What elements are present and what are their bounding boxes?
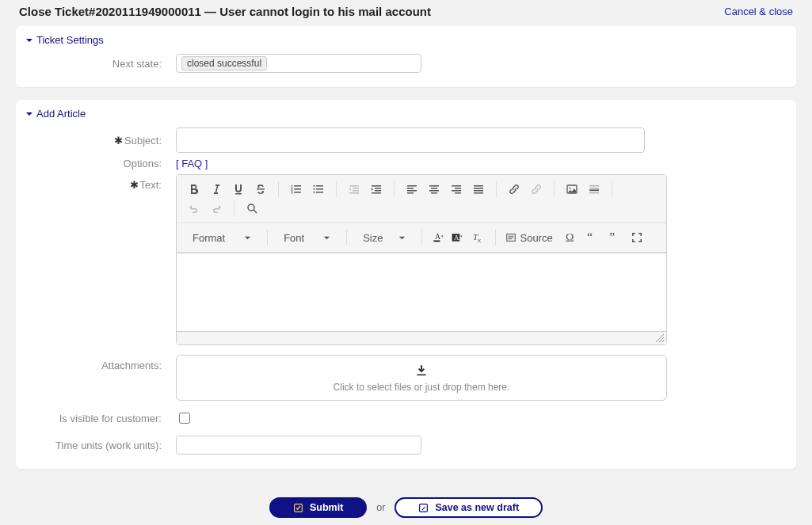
check-icon (293, 503, 303, 513)
ordered-list-icon[interactable] (287, 180, 306, 199)
svg-text:“: “ (587, 231, 593, 244)
or-text: or (376, 502, 385, 513)
caret-down-icon (323, 232, 330, 244)
format-label: Format (193, 232, 225, 244)
subject-input[interactable] (176, 127, 645, 153)
align-justify-icon[interactable] (469, 180, 488, 199)
caret-down-icon (25, 110, 33, 118)
attachments-label: Attachments: (25, 355, 176, 371)
svg-text:A: A (454, 234, 459, 242)
visible-checkbox[interactable] (179, 413, 190, 424)
svg-rect-5 (589, 189, 599, 191)
outdent-icon[interactable] (345, 180, 364, 199)
next-state-value: closed successful (181, 56, 267, 70)
caret-down-icon (398, 232, 406, 244)
redo-icon[interactable] (207, 199, 226, 218)
unordered-list-icon[interactable] (309, 180, 328, 199)
open-quote-icon[interactable]: “ (583, 228, 602, 247)
options-label: Options: (25, 158, 176, 169)
italic-icon[interactable] (207, 180, 226, 199)
add-article-title: Add Article (36, 108, 86, 120)
size-label: Size (363, 232, 383, 244)
source-label: Source (520, 232, 552, 244)
align-center-icon[interactable] (425, 180, 444, 199)
svg-text:”: ” (609, 231, 615, 244)
close-quote-icon[interactable]: ” (605, 228, 624, 247)
text-color-icon[interactable]: A (430, 228, 446, 247)
horizontal-rule-icon[interactable] (585, 180, 604, 199)
maximize-icon[interactable] (627, 228, 646, 247)
rich-text-editor: Format Font Size (176, 174, 667, 345)
timeunits-input[interactable] (176, 436, 421, 455)
faq-link[interactable]: [ FAQ ] (176, 158, 208, 169)
svg-point-4 (570, 188, 571, 189)
special-char-icon[interactable]: Ω (561, 228, 580, 247)
edit-icon (418, 503, 429, 513)
cancel-close-link[interactable]: Cancel & close (724, 6, 793, 17)
download-icon (414, 363, 429, 382)
font-label: Font (284, 232, 304, 244)
svg-point-6 (248, 204, 254, 211)
link-icon[interactable] (505, 180, 524, 199)
add-article-panel: Add Article ✱Subject: Options: [ FAQ ] ✱… (16, 100, 796, 469)
svg-text:Ω: Ω (566, 232, 574, 244)
svg-point-2 (314, 192, 315, 193)
subject-label: ✱Subject: (25, 135, 176, 146)
indent-icon[interactable] (367, 180, 386, 199)
ticket-settings-title: Ticket Settings (36, 34, 104, 46)
format-dropdown[interactable]: Format (186, 228, 257, 247)
bold-icon[interactable] (185, 180, 204, 199)
align-right-icon[interactable] (447, 180, 466, 199)
find-icon[interactable] (242, 199, 261, 218)
size-dropdown[interactable]: Size (356, 228, 412, 247)
form-actions: Submit or Save as new draft (0, 481, 812, 525)
editor-toolbar-row-1 (177, 175, 666, 223)
svg-point-1 (314, 188, 315, 190)
caret-down-icon (244, 232, 251, 244)
timeunits-label: Time units (work units): (25, 439, 176, 451)
attachments-dropzone[interactable]: Click to select files or just drop them … (176, 355, 667, 401)
submit-label: Submit (310, 502, 343, 513)
submit-button[interactable]: Submit (269, 497, 367, 518)
underline-icon[interactable] (229, 180, 248, 199)
source-button[interactable]: Source (502, 232, 555, 244)
align-left-icon[interactable] (402, 180, 421, 199)
undo-icon[interactable] (185, 199, 204, 218)
page-title: Close Ticket#2020111949000011 — User can… (19, 5, 431, 18)
remove-format-icon[interactable]: Tx (468, 228, 487, 247)
caret-down-icon (25, 36, 33, 44)
font-dropdown[interactable]: Font (277, 228, 337, 247)
page-header: Close Ticket#2020111949000011 — User can… (0, 0, 812, 23)
ticket-settings-toggle[interactable]: Ticket Settings (16, 26, 796, 49)
next-state-select[interactable]: closed successful (176, 54, 421, 73)
editor-toolbar-row-2: Format Font Size (177, 223, 666, 253)
visible-label: Is visible for customer: (25, 413, 176, 424)
dropzone-hint: Click to select files or just drop them … (334, 382, 510, 393)
add-article-toggle[interactable]: Add Article (16, 100, 796, 123)
unlink-icon[interactable] (527, 180, 546, 199)
resize-grip-icon[interactable] (655, 333, 665, 343)
save-draft-label: Save as new draft (435, 502, 519, 513)
svg-point-0 (314, 185, 315, 187)
svg-text:x: x (478, 237, 481, 244)
svg-rect-8 (434, 241, 440, 242)
next-state-label: Next state: (25, 58, 176, 70)
editor-body[interactable] (177, 253, 666, 332)
svg-text:A: A (435, 232, 440, 241)
image-icon[interactable] (562, 180, 581, 199)
ticket-settings-panel: Ticket Settings Next state: closed succe… (16, 26, 796, 87)
save-draft-button[interactable]: Save as new draft (395, 497, 543, 518)
bg-color-icon[interactable]: A (449, 228, 465, 247)
text-label: ✱Text: (25, 174, 176, 191)
strikethrough-icon[interactable] (251, 180, 270, 199)
